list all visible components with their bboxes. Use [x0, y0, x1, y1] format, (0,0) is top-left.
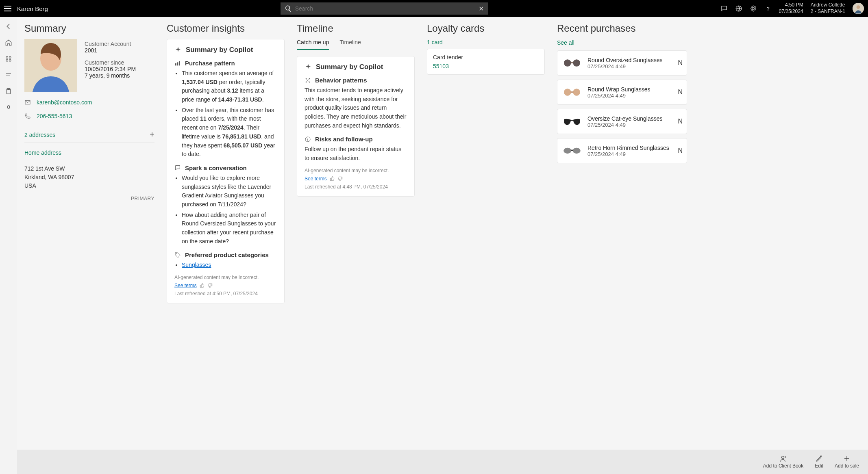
search-box[interactable]: ✕: [281, 2, 488, 15]
svg-point-3: [857, 5, 860, 9]
page-title: Karen Berg: [17, 5, 48, 12]
svg-text:?: ?: [767, 6, 770, 12]
top-bar: Karen Berg ✕ ? 4:50 PM 07/25/2024 Andrew…: [0, 0, 868, 17]
user-block: Andrew Collette 2 - SANFRAN-1: [811, 2, 845, 15]
gear-icon[interactable]: [750, 5, 757, 12]
chat-icon[interactable]: [720, 5, 728, 12]
globe-icon[interactable]: [735, 5, 742, 12]
hamburger-menu-icon[interactable]: [4, 6, 11, 11]
clock-block: 4:50 PM 07/25/2024: [779, 2, 803, 15]
search-input[interactable]: [295, 5, 475, 12]
search-icon: [285, 5, 292, 12]
help-icon[interactable]: ?: [764, 5, 772, 12]
search-clear-icon[interactable]: ✕: [479, 5, 484, 13]
avatar[interactable]: [853, 3, 864, 14]
